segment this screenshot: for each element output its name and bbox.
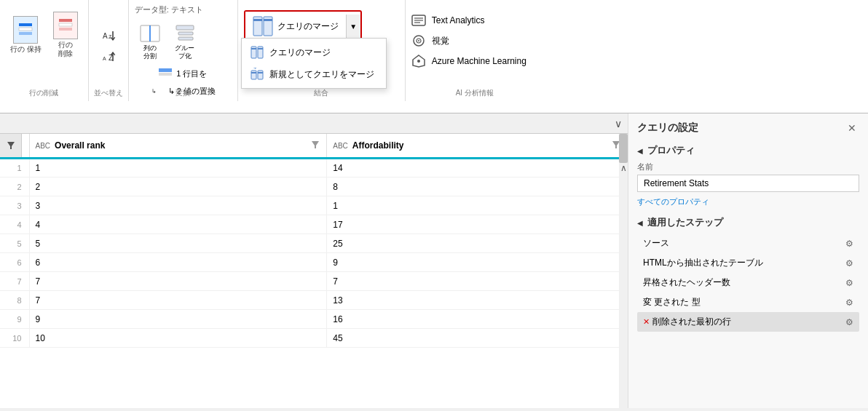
- merge-new-query-label: 新規としてクエリをマージ: [269, 68, 374, 81]
- col1-cell: 1: [29, 159, 327, 177]
- col2-cell: 8: [327, 177, 628, 196]
- col1-filter-btn[interactable]: [310, 140, 320, 152]
- row-number: 3: [0, 196, 29, 215]
- col2-cell: 45: [327, 329, 628, 348]
- svg-rect-26: [251, 48, 256, 49]
- gear-icon[interactable]: ⚙: [845, 317, 853, 327]
- row-number: 10: [0, 329, 29, 348]
- row-number: 4: [0, 215, 29, 234]
- chevron-down-icon[interactable]: ∨: [615, 118, 622, 129]
- keep-rows-label: 行の 保持: [10, 45, 42, 54]
- table-row: 10 10 45: [0, 329, 628, 348]
- step-label: ✕ 削除された最初の行: [643, 316, 731, 328]
- visual-item[interactable]: 視覚: [411, 31, 449, 51]
- merge-queries-dropdown-arrow[interactable]: ▼: [346, 15, 360, 38]
- table-row: 4 4 17: [0, 215, 628, 234]
- col2-type-icon: ABC: [333, 142, 348, 150]
- first-row-label: 1 行目を: [176, 68, 207, 79]
- applied-steps-section: ◀ 適用したステップ ソース ⚙ HTMLから抽出されたテーブル ⚙ 昇格された…: [628, 212, 868, 408]
- azure-ml-label: Azure Machine Learning: [432, 56, 526, 66]
- sort-desc-button[interactable]: A Z: [98, 49, 119, 66]
- row-number: 9: [0, 310, 29, 329]
- data-type-label: データ型: テキスト: [135, 4, 203, 15]
- col1-cell: 5: [29, 234, 327, 253]
- step-label: 昇格されたヘッダー数: [643, 276, 730, 289]
- col2-header-label: Affordability: [352, 140, 404, 151]
- filter-col-header[interactable]: [0, 134, 29, 159]
- table-row: 3 3 1: [0, 196, 628, 215]
- remove-rows-button[interactable]: 行の削除: [49, 9, 82, 61]
- row-number: 1: [0, 159, 29, 177]
- merge-new-query-item[interactable]: + 新規としてクエリをマージ: [242, 63, 386, 85]
- text-analytics-item[interactable]: Text Analytics: [411, 10, 485, 31]
- sort-asc-button[interactable]: A Z: [98, 27, 119, 44]
- svg-marker-42: [7, 142, 15, 149]
- section-sort: A Z A Z 並べ替え: [89, 0, 129, 101]
- right-panel: クエリの設定 ✕ ◀ プロパティ 名前 すべてのプロパティ ◀ 適用したステップ…: [628, 113, 868, 408]
- remove-rows-label: 行の削除: [58, 41, 73, 58]
- table-row: 6 6 9: [0, 253, 628, 272]
- col1-type-icon: ABC: [36, 142, 51, 150]
- merge-queries-button[interactable]: クエリのマージ: [245, 12, 346, 41]
- all-properties-link[interactable]: すべてのプロパティ: [637, 197, 709, 206]
- name-field-input[interactable]: [637, 175, 859, 192]
- row-number: 7: [0, 272, 29, 291]
- svg-rect-18: [159, 73, 172, 76]
- step-label: ソース: [643, 237, 669, 250]
- step-name: 削除された最初の行: [652, 316, 731, 328]
- gear-icon[interactable]: ⚙: [845, 278, 853, 288]
- merge-dropdown-menu: クエリのマージ + 新規としてクエリをマージ: [241, 38, 387, 89]
- properties-header: ◀ プロパティ: [637, 144, 859, 157]
- steps-list: ソース ⚙ HTMLから抽出されたテーブル ⚙ 昇格されたヘッダー数 ⚙ 変 更…: [637, 234, 859, 332]
- gear-icon[interactable]: ⚙: [845, 239, 853, 249]
- close-panel-button[interactable]: ✕: [845, 121, 859, 135]
- gear-icon[interactable]: ⚙: [845, 258, 853, 268]
- scroll-up-icon[interactable]: ∧: [619, 163, 628, 173]
- text-analytics-label: Text Analytics: [432, 15, 485, 25]
- grid-table-wrapper: ABC Overall rank ABC Affordability: [0, 134, 628, 408]
- svg-rect-0: [19, 23, 32, 26]
- svg-rect-22: [253, 19, 262, 21]
- col2-cell: 17: [327, 215, 628, 234]
- step-item[interactable]: ソース ⚙: [637, 234, 859, 253]
- transform-section-label: 変換: [129, 88, 237, 98]
- azure-ml-item[interactable]: Azure Machine Learning: [411, 51, 526, 71]
- step-item[interactable]: ✕ 削除された最初の行 ⚙: [637, 312, 859, 332]
- step-item[interactable]: HTMLから抽出されたテーブル ⚙: [637, 253, 859, 273]
- scrollbar[interactable]: ∧: [619, 134, 628, 408]
- col1-cell: 7: [29, 291, 327, 310]
- keep-rows-button[interactable]: 行の 保持: [6, 9, 46, 61]
- svg-rect-30: [251, 72, 256, 73]
- step-item[interactable]: 昇格されたヘッダー数 ⚙: [637, 273, 859, 292]
- svg-point-41: [417, 60, 420, 63]
- step-item[interactable]: 変 更された 型 ⚙: [637, 292, 859, 312]
- col1-cell: 4: [29, 215, 327, 234]
- step-name: HTMLから抽出されたテーブル: [643, 257, 763, 269]
- scroll-thumb[interactable]: [619, 134, 628, 163]
- col-filter-icon[interactable]: [0, 134, 22, 157]
- name-field-label: 名前: [637, 161, 859, 172]
- properties-section: ◀ プロパティ 名前 すべてのプロパティ: [628, 140, 868, 212]
- data-table: ABC Overall rank ABC Affordability: [0, 134, 628, 348]
- svg-rect-15: [178, 32, 193, 35]
- panel-title: クエリの設定: [637, 121, 698, 135]
- use-first-row-button[interactable]: 1 行目を: [135, 66, 232, 81]
- svg-point-39: [418, 40, 419, 41]
- step-label: 変 更された 型: [643, 296, 701, 308]
- col1-cell: 9: [29, 310, 327, 329]
- group-by-button[interactable]: グループ化: [170, 20, 200, 63]
- steps-triangle-icon: ◀: [637, 219, 643, 227]
- split-column-button[interactable]: 列の分割: [135, 20, 165, 63]
- gear-icon[interactable]: ⚙: [845, 298, 853, 308]
- col1-cell: 6: [29, 253, 327, 272]
- grid-area: ∨ ABC Overall rank: [0, 113, 628, 408]
- steps-title: 適用したステップ: [647, 216, 723, 229]
- svg-text:A: A: [103, 56, 106, 61]
- table-row: 5 5 25: [0, 234, 628, 253]
- merge-queries-item[interactable]: クエリのマージ: [242, 41, 386, 63]
- step-label: HTMLから抽出されたテーブル: [643, 257, 763, 269]
- svg-rect-17: [159, 68, 172, 72]
- svg-text:+: +: [253, 68, 257, 71]
- steps-header: ◀ 適用したステップ: [637, 216, 859, 229]
- svg-rect-5: [59, 28, 72, 31]
